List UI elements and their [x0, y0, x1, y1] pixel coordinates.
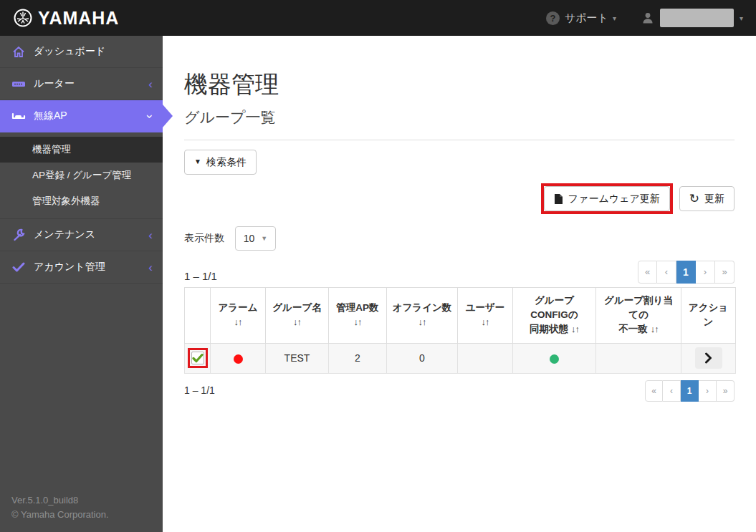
cell-config-sync — [513, 343, 596, 373]
sidebar-subitem-label: AP登録 / グループ管理 — [32, 169, 131, 182]
cell-user — [458, 343, 513, 373]
sort-icon[interactable]: ↓↑ — [234, 316, 242, 327]
pagination-bottom: « ‹ 1 › » — [645, 380, 735, 402]
cell-alarm — [211, 343, 266, 373]
chevron-down-icon: › — [145, 114, 157, 118]
page-subtitle: グループ一覧 — [184, 107, 735, 127]
annotation-box-checkbox — [188, 348, 208, 368]
help-icon: ? — [546, 11, 560, 25]
sort-icon[interactable]: ↓↑ — [418, 316, 426, 327]
pagination-next-button[interactable]: › — [696, 261, 715, 284]
user-name-redacted — [660, 9, 734, 27]
pagination-page-1-button[interactable]: 1 — [676, 261, 696, 284]
page-title: 機器管理 — [184, 69, 735, 101]
result-range-text: 1 – 1/1 — [184, 270, 217, 284]
table-header-row: アラーム ↓↑ グループ名 ↓↑ 管理AP数 ↓↑ オフライン数 ↓↑ ユーザー… — [185, 287, 736, 343]
yamaha-logo: YAMAHA — [13, 8, 119, 29]
chevron-down-icon: ▼ — [194, 158, 201, 166]
result-range-text-bottom: 1 – 1/1 — [184, 385, 215, 397]
page-size-value: 10 — [244, 233, 255, 244]
pagination-next-button[interactable]: › — [699, 380, 717, 402]
pagination-last-button[interactable]: » — [715, 261, 735, 284]
cell-assignment-mismatch — [596, 343, 681, 373]
sort-icon[interactable]: ↓↑ — [571, 324, 579, 334]
column-header-alarm[interactable]: アラーム ↓↑ — [211, 287, 266, 343]
column-header-offline-count[interactable]: オフライン数 ↓↑ — [387, 287, 458, 343]
column-header-select — [185, 287, 211, 343]
cell-group-name: TEST — [266, 343, 329, 373]
refresh-button[interactable]: ↻ 更新 — [679, 186, 735, 211]
access-point-icon — [10, 111, 27, 121]
sidebar-item-wireless-ap[interactable]: 無線AP › — [0, 100, 163, 132]
chevron-down-icon: ▼ — [261, 235, 267, 242]
sidebar-subitem-ap-registration-group[interactable]: AP登録 / グループ管理 — [0, 163, 163, 188]
chevron-right-icon — [704, 352, 712, 364]
sidebar-item-label: ルーター — [34, 77, 75, 90]
check-icon — [10, 262, 27, 272]
sidebar-item-label: ダッシュボード — [34, 45, 105, 58]
pagination-prev-button[interactable]: ‹ — [657, 261, 676, 284]
column-header-config-sync[interactable]: グループ CONFIGの 同期状態 ↓↑ — [513, 287, 596, 343]
sidebar-item-label: メンテナンス — [34, 228, 95, 241]
sidebar-item-label: 無線AP — [34, 110, 67, 122]
page-size-select[interactable]: 10 ▼ — [235, 226, 276, 251]
support-menu[interactable]: ? サポート ▾ — [546, 11, 616, 25]
wrench-icon — [10, 228, 27, 241]
cell-select — [185, 343, 211, 373]
sort-icon[interactable]: ↓↑ — [482, 316, 489, 327]
user-icon — [641, 11, 655, 25]
chevron-down-icon: ▾ — [613, 14, 616, 22]
table-row: TEST 2 0 — [185, 343, 736, 373]
pagination-last-button[interactable]: » — [717, 380, 735, 402]
support-label: サポート — [565, 11, 608, 25]
pagination-first-button[interactable]: « — [645, 380, 663, 402]
sort-icon[interactable]: ↓↑ — [354, 316, 362, 327]
page-size-label: 表示件数 — [184, 232, 224, 245]
active-menu-arrow — [163, 105, 173, 127]
pagination-prev-button[interactable]: ‹ — [663, 380, 681, 402]
sync-green-dot — [550, 354, 559, 364]
sidebar-item-router[interactable]: ルーター ‹ — [0, 68, 163, 100]
sidebar: ダッシュボード ルーター ‹ 無線AP › 機器管理 AP登録 / グループ管理… — [0, 36, 163, 532]
sort-icon[interactable]: ↓↑ — [293, 316, 301, 327]
column-header-action: アクション — [681, 287, 736, 343]
top-bar: YAMAHA ? サポート ▾ ▾ — [0, 0, 756, 36]
wireless-ap-submenu: 機器管理 AP登録 / グループ管理 管理対象外機器 — [0, 132, 163, 219]
column-header-managed-ap-count[interactable]: 管理AP数 ↓↑ — [329, 287, 387, 343]
sidebar-subitem-unmanaged-devices[interactable]: 管理対象外機器 — [0, 188, 163, 214]
sort-icon[interactable]: ↓↑ — [651, 324, 659, 334]
cell-offline-count: 0 — [387, 343, 458, 373]
sidebar-item-dashboard[interactable]: ダッシュボード — [0, 36, 163, 68]
group-list-table: アラーム ↓↑ グループ名 ↓↑ 管理AP数 ↓↑ オフライン数 ↓↑ ユーザー… — [184, 287, 736, 374]
search-conditions-label: 検索条件 — [206, 156, 247, 168]
main-content: 機器管理 グループ一覧 ▼ 検索条件 ファームウェア更新 ↻ 更新 表示件数 1… — [163, 36, 756, 532]
cell-managed-ap-count: 2 — [329, 343, 387, 373]
sidebar-footer: Ver.5.1.0_build8 © Yamaha Corporation. — [0, 486, 163, 532]
home-icon — [10, 46, 27, 58]
sidebar-item-account-management[interactable]: アカウント管理 ‹ — [0, 251, 163, 284]
column-header-assignment-mismatch[interactable]: グループ割り当 ての 不一致 ↓↑ — [596, 287, 681, 343]
version-text: Ver.5.1.0_build8 — [11, 493, 151, 508]
chevron-left-icon: ‹ — [148, 78, 153, 90]
refresh-label: 更新 — [704, 193, 724, 205]
yamaha-tuning-fork-icon — [13, 8, 33, 28]
refresh-icon: ↻ — [689, 193, 699, 205]
checkmark-icon — [192, 354, 204, 363]
row-action-button[interactable] — [695, 347, 722, 369]
sidebar-item-maintenance[interactable]: メンテナンス ‹ — [0, 219, 163, 251]
pagination-page-1-button[interactable]: 1 — [681, 380, 699, 402]
firmware-update-label: ファームウェア更新 — [568, 193, 660, 205]
column-header-group-name[interactable]: グループ名 ↓↑ — [266, 287, 329, 343]
sidebar-subitem-label: 機器管理 — [32, 143, 71, 156]
search-conditions-button[interactable]: ▼ 検索条件 — [184, 150, 257, 175]
chevron-left-icon: ‹ — [148, 261, 153, 274]
file-icon — [554, 193, 563, 205]
user-menu[interactable]: ▾ — [641, 9, 743, 27]
firmware-update-button[interactable]: ファームウェア更新 — [544, 186, 670, 211]
pagination-first-button[interactable]: « — [638, 261, 657, 284]
sidebar-subitem-label: 管理対象外機器 — [32, 195, 100, 208]
row-checkbox[interactable] — [191, 352, 204, 364]
column-header-user[interactable]: ユーザー ↓↑ — [458, 287, 513, 343]
annotation-box-firmware: ファームウェア更新 — [541, 183, 673, 214]
sidebar-subitem-device-management[interactable]: 機器管理 — [0, 137, 163, 163]
